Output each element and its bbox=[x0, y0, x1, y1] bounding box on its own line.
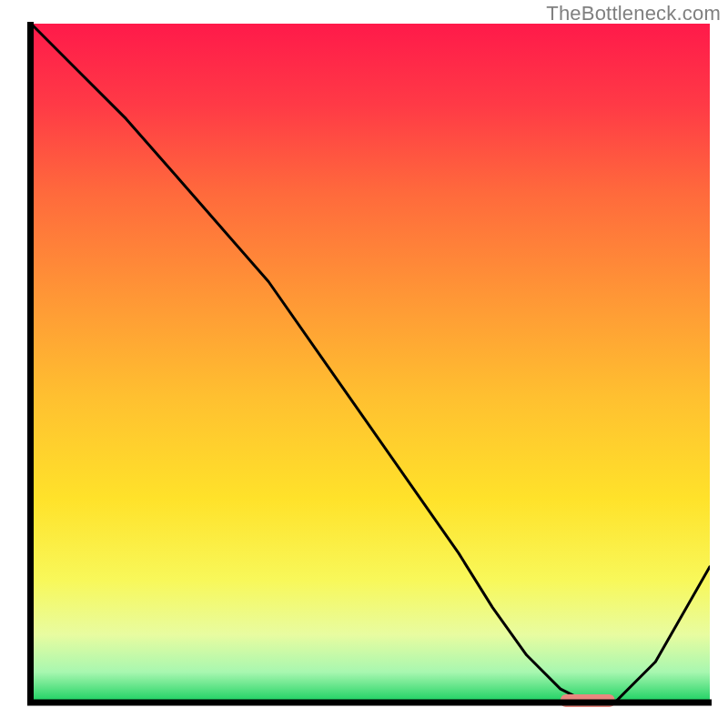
chart-container: TheBottleneck.com bbox=[0, 0, 728, 728]
bottleneck-chart bbox=[0, 0, 728, 728]
